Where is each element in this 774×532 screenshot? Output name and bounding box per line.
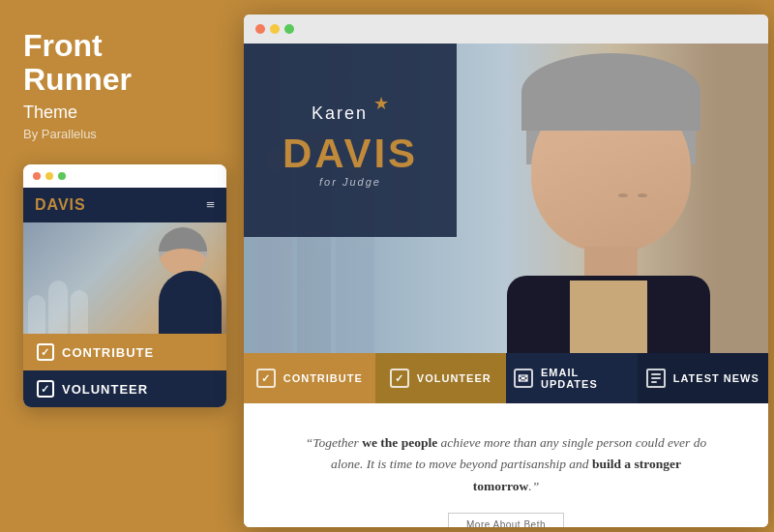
- hero-main-person: [449, 44, 749, 353]
- mobile-nav: DAVIS ≡: [23, 188, 226, 222]
- news-nav-label: LATEST NEWS: [673, 372, 759, 384]
- mobile-hamburger-icon[interactable]: ≡: [206, 196, 215, 214]
- campaign-for-judge: for Judge: [319, 176, 381, 188]
- bg-person-1: [28, 295, 45, 334]
- left-panel: FrontRunner Theme By Parallelus DAVIS ≡: [0, 0, 240, 532]
- mobile-topbar: [23, 164, 226, 188]
- more-about-button[interactable]: More About Beth: [448, 513, 564, 527]
- browser-dot-red: [255, 24, 265, 34]
- browser-window: Karen ★ DAVIS for Judge ✓ CONTRIBUTE ✓ V…: [244, 15, 768, 527]
- email-nav-icon: ✉: [514, 369, 533, 388]
- mobile-dot-green: [58, 172, 66, 180]
- quote-open: “Together: [306, 435, 362, 450]
- theme-author: By Parallelus: [23, 127, 217, 141]
- quote-close: .”: [528, 479, 539, 493]
- site-nav-buttons: ✓ CONTRIBUTE ✓ VOLUNTEER ✉ EMAIL UPDATES…: [244, 353, 768, 403]
- mobile-dot-yellow: [45, 172, 53, 180]
- star-icon: ★: [373, 93, 389, 114]
- volunteer-nav-label: VOLUNTEER: [417, 372, 491, 384]
- mobile-contribute-button[interactable]: CONTRIBUTE: [23, 334, 226, 370]
- mobile-nav-logo: DAVIS: [35, 196, 86, 214]
- mobile-bg-people: [28, 281, 88, 334]
- theme-subtitle: Theme: [23, 103, 217, 123]
- site-quote: “Together we the people achieve more tha…: [244, 403, 768, 527]
- mobile-preview: DAVIS ≡ CONTRIBUTE VOLUNTEER: [23, 164, 226, 407]
- mobile-contribute-label: CONTRIBUTE: [62, 345, 154, 360]
- volunteer-nav-button[interactable]: ✓ VOLUNTEER: [375, 353, 507, 403]
- mobile-volunteer-label: VOLUNTEER: [62, 382, 148, 397]
- email-nav-button[interactable]: ✉ EMAIL UPDATES: [506, 353, 638, 403]
- mobile-volunteer-button[interactable]: VOLUNTEER: [23, 370, 226, 407]
- browser-dot-green: [284, 24, 294, 34]
- quote-bold-1: we the people: [362, 435, 437, 450]
- campaign-logo-overlay: Karen ★ DAVIS for Judge: [244, 44, 457, 237]
- email-nav-label: EMAIL UPDATES: [541, 367, 630, 390]
- browser-dot-yellow: [270, 24, 280, 34]
- mobile-person-body: [159, 271, 222, 334]
- news-nav-icon: [646, 369, 666, 388]
- quote-text: “Together we the people achieve more tha…: [302, 432, 710, 497]
- mobile-hero-image: [23, 222, 226, 334]
- mobile-person-face: [159, 227, 207, 276]
- campaign-header-row: Karen ★: [312, 93, 389, 133]
- contribute-check-icon: [37, 343, 54, 361]
- bg-person-3: [71, 290, 88, 334]
- campaign-davis: DAVIS: [283, 133, 418, 174]
- campaign-karen: Karen: [312, 103, 368, 124]
- bg-person-2: [48, 281, 68, 334]
- contribute-nav-icon: ✓: [256, 369, 276, 388]
- theme-title: FrontRunner: [23, 29, 217, 97]
- volunteer-nav-icon: ✓: [390, 369, 409, 388]
- news-nav-button[interactable]: LATEST NEWS: [638, 353, 769, 403]
- contribute-nav-button[interactable]: ✓ CONTRIBUTE: [244, 353, 375, 403]
- volunteer-check-icon: [37, 380, 54, 398]
- mobile-dot-red: [33, 172, 41, 180]
- site-hero: Karen ★ DAVIS for Judge: [244, 44, 768, 353]
- contribute-nav-label: CONTRIBUTE: [283, 372, 363, 384]
- browser-topbar: [244, 15, 768, 44]
